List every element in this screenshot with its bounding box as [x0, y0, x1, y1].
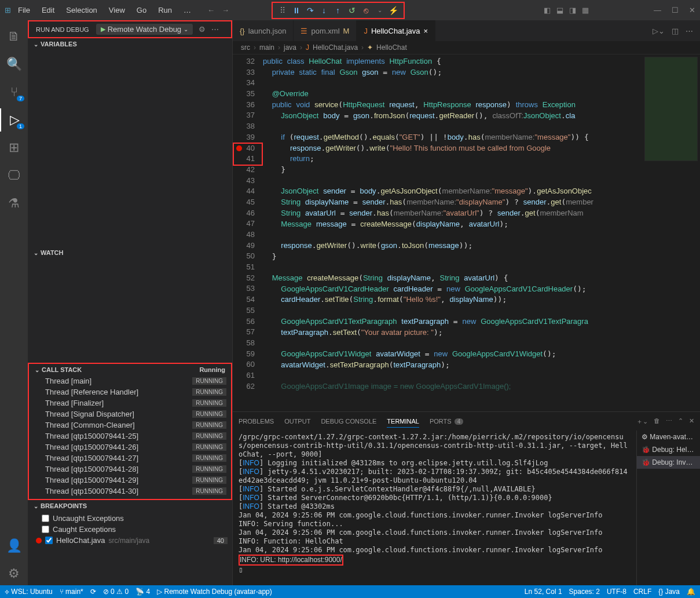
terminal-output[interactable]: /grpc/grpc-context/1.27.2/grpc-context-1…	[233, 431, 636, 585]
nav-back-icon[interactable]: ←	[207, 6, 215, 14]
more-icon[interactable]: ⌄	[373, 4, 386, 17]
nav-forward-icon[interactable]: →	[222, 6, 229, 14]
extensions-icon[interactable]: ⊞	[0, 136, 28, 159]
step-out-icon[interactable]: ↑	[332, 4, 344, 17]
indentation[interactable]: Spaces: 2	[569, 588, 600, 596]
gear-icon[interactable]: ⚙	[199, 25, 206, 34]
cursor-position[interactable]: Ln 52, Col 1	[525, 588, 562, 596]
tab-pom-xml[interactable]: ☰pom.xmlM	[294, 20, 357, 41]
more-editor-icon[interactable]: ⋯	[686, 27, 693, 35]
step-over-icon[interactable]: ↷	[304, 4, 317, 17]
thread-row[interactable]: Thread [qtp1500079441-28]RUNNING	[29, 464, 231, 475]
search-icon[interactable]: 🔍	[0, 53, 28, 76]
remote-indicator[interactable]: ⟡ WSL: Ubuntu	[5, 588, 53, 596]
terminal-tab[interactable]: TERMINAL	[387, 415, 419, 428]
thread-row[interactable]: Thread [qtp1500079441-27]RUNNING	[29, 453, 231, 464]
account-icon[interactable]: 👤	[0, 534, 28, 557]
menu-edit[interactable]: Edit	[37, 3, 59, 17]
thread-row[interactable]: Thread [Signal Dispatcher]RUNNING	[29, 409, 231, 420]
menu-run[interactable]: Run	[153, 3, 177, 17]
notifications-icon[interactable]: 🔔	[687, 588, 695, 596]
bp-file-checkbox[interactable]	[45, 537, 53, 544]
panel-left-icon[interactable]: ◧	[544, 6, 551, 14]
menu-go[interactable]: Go	[132, 3, 151, 17]
debug-icon[interactable]: ▷1	[0, 108, 28, 132]
explorer-icon[interactable]: 🗎	[0, 25, 28, 48]
terminal-maven[interactable]: ⚙ Maven-avat…	[637, 431, 700, 443]
run-file-icon[interactable]: ▷⌄	[653, 27, 665, 35]
thread-row[interactable]: Thread [qtp1500079441-29]RUNNING	[29, 475, 231, 486]
terminal-debug-invoker[interactable]: 🐞 Debug: Invo…	[637, 456, 700, 469]
thread-row[interactable]: Thread [Common-Cleaner]RUNNING	[29, 420, 231, 431]
new-terminal-icon[interactable]: ＋⌄	[636, 417, 648, 426]
layout-icons: ◧ ⬓ ◨ ▦	[544, 6, 589, 14]
title-bar: ⊞ File Edit Selection View Go Run … ← → …	[0, 0, 700, 20]
code-editor[interactable]: public class HelloChat implements HttpFu…	[263, 54, 642, 411]
problems-tab[interactable]: PROBLEMS	[239, 415, 274, 427]
encoding[interactable]: UTF-8	[607, 588, 626, 596]
variables-body	[28, 50, 232, 247]
close-icon[interactable]: ✕	[689, 6, 695, 14]
split-editor-icon[interactable]: ◫	[672, 27, 679, 35]
menu-more[interactable]: …	[179, 3, 196, 17]
disconnect-icon[interactable]: ⎋	[360, 4, 372, 17]
uncaught-checkbox[interactable]	[42, 515, 49, 522]
thread-row[interactable]: Thread [qtp1500079441-26]RUNNING	[29, 442, 231, 453]
variables-header[interactable]: ⌄VARIABLES	[28, 38, 232, 50]
maximize-icon[interactable]: ☐	[672, 6, 679, 14]
pause-icon[interactable]: ⏸	[290, 4, 303, 17]
menu-file[interactable]: File	[13, 3, 35, 17]
ports-tab[interactable]: PORTS 4	[430, 415, 463, 427]
launch-config-select[interactable]: ▶ Remote Watch Debug ⌄	[96, 24, 193, 35]
thread-row[interactable]: Thread [Finalizer]RUNNING	[29, 398, 231, 409]
debug-session[interactable]: ▷ Remote Watch Debug (avatar-app)	[157, 588, 272, 596]
close-tab-icon[interactable]: ×	[423, 27, 428, 35]
breadcrumbs[interactable]: src› main› java› JHelloChat.java› ✦Hello…	[233, 41, 700, 54]
panel-bottom-icon[interactable]: ⬓	[556, 6, 563, 14]
hot-reload-icon[interactable]: ⚡	[387, 4, 400, 17]
maximize-panel-icon[interactable]: ⌃	[678, 417, 683, 426]
tab-launch-json[interactable]: {}launch.json	[233, 20, 294, 41]
bp-file-name[interactable]: HelloChat.java	[56, 536, 105, 545]
config-name: Remote Watch Debug	[108, 25, 181, 34]
menu-view[interactable]: View	[104, 3, 130, 17]
callstack-header[interactable]: ⌄CALL STACK Running	[29, 364, 231, 375]
step-into-icon[interactable]: ↓	[318, 4, 331, 17]
minimap[interactable]	[642, 54, 700, 411]
watch-header[interactable]: ⌄WATCH	[28, 247, 232, 258]
problems-count[interactable]: ⊘ 0 ⚠ 0	[103, 588, 129, 596]
settings-icon[interactable]: ⚙	[0, 562, 28, 585]
kill-terminal-icon[interactable]: 🗑	[654, 417, 660, 426]
bp-file-path: src/main/java	[109, 537, 150, 545]
thread-row[interactable]: Thread [Reference Handler]RUNNING	[29, 386, 231, 398]
tab-hellochat-java[interactable]: JHelloChat.java×	[357, 20, 435, 41]
remote-icon[interactable]: 🖵	[0, 164, 28, 187]
source-control-icon[interactable]: ⑂7	[0, 81, 28, 104]
panel-right-icon[interactable]: ◨	[569, 6, 576, 14]
more-icon[interactable]: ⋯	[211, 25, 219, 34]
drag-handle-icon[interactable]: ⠿	[276, 4, 289, 17]
gutter[interactable]: 3233343536373839404142434445464748495051…	[233, 54, 263, 411]
output-tab[interactable]: OUTPUT	[284, 415, 310, 427]
ports-count[interactable]: 📡 4	[135, 588, 150, 596]
close-panel-icon[interactable]: ✕	[689, 417, 694, 426]
thread-row[interactable]: Thread [qtp1500079441-25]RUNNING	[29, 431, 231, 442]
minimize-icon[interactable]: —	[654, 6, 661, 14]
thread-row[interactable]: Thread [qtp1500079441-30]RUNNING	[29, 486, 231, 497]
language-mode[interactable]: {} Java	[658, 588, 680, 596]
eol[interactable]: CRLF	[633, 588, 651, 596]
more-panel-icon[interactable]: ⋯	[666, 417, 672, 426]
layout-grid-icon[interactable]: ▦	[582, 6, 589, 14]
menu-selection[interactable]: Selection	[61, 3, 101, 17]
sync-icon[interactable]: ⟳	[90, 588, 96, 596]
git-branch[interactable]: ⑂ main*	[60, 588, 83, 596]
restart-icon[interactable]: ↺	[346, 4, 358, 17]
debug-console-tab[interactable]: DEBUG CONSOLE	[321, 415, 376, 427]
terminal-debug-hello[interactable]: 🐞 Debug: Hell…	[637, 443, 700, 456]
breakpoints-header[interactable]: ⌄BREAKPOINTS	[28, 500, 232, 512]
editor-actions: ▷⌄ ◫ ⋯	[646, 27, 700, 35]
testing-icon[interactable]: ⚗	[0, 192, 28, 215]
panel: PROBLEMS OUTPUT DEBUG CONSOLE TERMINAL P…	[233, 411, 700, 585]
caught-checkbox[interactable]	[42, 526, 49, 533]
thread-row[interactable]: Thread [main]RUNNING	[29, 375, 231, 386]
